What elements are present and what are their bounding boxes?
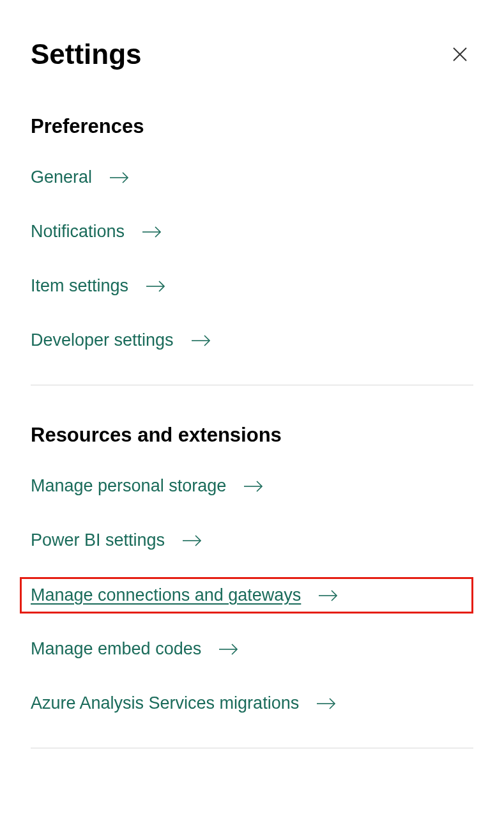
settings-header: Settings [31,38,473,70]
arrow-right-icon [109,171,130,184]
menu-item-manage-embed-codes[interactable]: Manage embed codes [31,639,240,659]
menu-item-item-settings[interactable]: Item settings [31,276,167,296]
menu-item-general[interactable]: General [31,167,130,187]
menu-item-label: Notifications [31,222,125,242]
close-button[interactable] [447,41,473,68]
menu-item-developer-settings[interactable]: Developer settings [31,330,212,350]
arrow-right-icon [317,589,339,602]
arrow-right-icon [218,643,240,656]
menu-item-manage-personal-storage[interactable]: Manage personal storage [31,476,264,496]
arrow-right-icon [190,334,212,347]
page-title: Settings [31,38,142,70]
section-divider [31,385,473,385]
arrow-right-icon [141,226,163,238]
arrow-right-icon [243,480,264,493]
menu-item-label: Manage connections and gateways [31,585,301,605]
preferences-section-title: Preferences [31,115,473,138]
menu-item-label: General [31,167,92,187]
resources-section-title: Resources and extensions [31,424,473,447]
menu-item-label: Manage personal storage [31,476,226,496]
menu-item-label: Developer settings [31,330,174,350]
highlighted-annotation: Manage connections and gateways [20,577,473,614]
menu-item-label: Power BI settings [31,530,165,550]
menu-item-label: Manage embed codes [31,639,201,659]
menu-item-azure-analysis-services-migrations[interactable]: Azure Analysis Services migrations [31,693,337,713]
arrow-right-icon [316,697,337,710]
menu-item-label: Item settings [31,276,128,296]
menu-item-power-bi-settings[interactable]: Power BI settings [31,530,203,550]
menu-item-manage-connections-gateways[interactable]: Manage connections and gateways [31,585,339,605]
section-divider [31,748,473,748]
arrow-right-icon [145,280,167,293]
menu-item-notifications[interactable]: Notifications [31,222,163,242]
menu-item-label: Azure Analysis Services migrations [31,693,299,713]
close-icon [450,45,470,64]
arrow-right-icon [181,534,203,547]
